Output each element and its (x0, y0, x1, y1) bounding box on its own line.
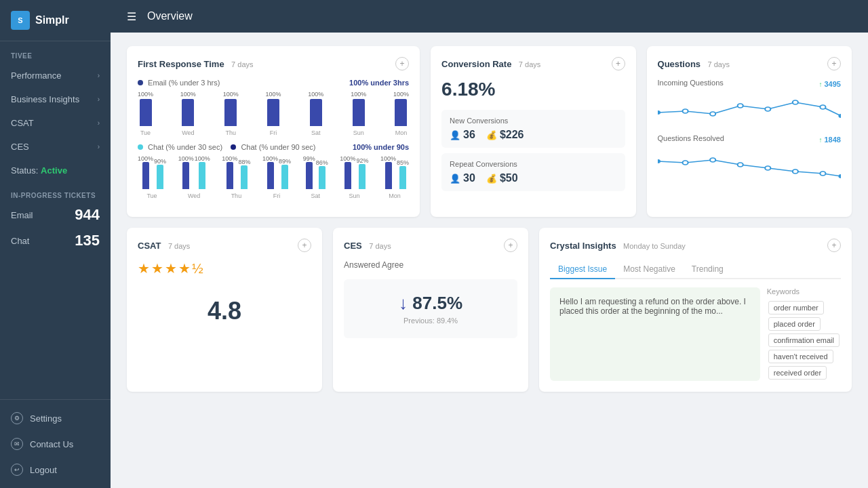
ces-percentage: ↓ 87.5% (357, 293, 504, 314)
settings-item[interactable]: ⚙ Settings (0, 405, 111, 431)
svg-point-0 (658, 110, 660, 115)
chat90-bar (306, 162, 313, 189)
email-bar-group: 100% Sun (351, 91, 366, 136)
frt-card: First Response Time 7 days + Email (% un… (127, 46, 420, 217)
keyword-tag: confirmation email (768, 333, 840, 347)
hamburger-icon[interactable]: ☰ (127, 10, 136, 23)
tab-most-negative[interactable]: Most Negative (615, 260, 684, 279)
frt-expand-btn[interactable]: + (395, 57, 409, 70)
status-value: Active (41, 165, 67, 176)
svg-point-2 (710, 112, 715, 116)
svg-point-14 (820, 171, 825, 176)
chat-bar-group: 99% 86% Sat (303, 155, 328, 199)
keyword-tag: order number (768, 301, 824, 314)
ticket-chat: Chat 135 (0, 228, 111, 253)
chat-bar-group: 100% 90% Tue (138, 155, 166, 199)
svg-point-10 (710, 158, 715, 162)
tab-biggest-issue[interactable]: Biggest Issue (550, 260, 615, 279)
bar-day: Tue (146, 192, 157, 199)
bar-day: Sat (311, 129, 321, 136)
arrow-down-icon: ↓ (399, 293, 408, 313)
crystal-expand-btn[interactable]: + (827, 239, 841, 252)
ces-label: CES (11, 142, 29, 152)
ces-header: CES 7 days + (344, 239, 517, 252)
keyword-tag: haven't received (768, 350, 833, 363)
frt-title: First Response Time (138, 59, 224, 69)
bar-day: Fri (270, 129, 277, 136)
email-bar-group: 100% Sat (308, 91, 323, 136)
keyword-tag: received order (768, 366, 827, 380)
questions-title: Questions (658, 59, 701, 69)
bar-pct: 100% (351, 91, 366, 98)
topbar: ☰ Overview (111, 0, 868, 33)
bar-day: Wed (188, 192, 200, 199)
new-conv-title: New Conversions (450, 117, 616, 125)
bar-day: Tue (140, 129, 151, 136)
svg-point-8 (658, 159, 660, 163)
ticket-chat-count: 135 (75, 232, 100, 249)
sidebar-item-performance[interactable]: Performance › (0, 64, 111, 87)
person-icon2: 👤 (450, 174, 460, 184)
csat-stars: ★★★★½ (138, 260, 311, 277)
csat-header: CSAT 7 days + (138, 239, 311, 252)
frt-email-stat: 100% under 3hrs (349, 79, 409, 87)
resolved-chart (658, 148, 841, 182)
new-conv-value: 💰 $226 (486, 129, 524, 141)
csat-expand-btn[interactable]: + (298, 239, 311, 252)
frt-email-section: Email (% under 3 hrs) 100% under 3hrs 10… (138, 79, 409, 136)
dashboard-content: First Response Time 7 days + Email (% un… (111, 33, 868, 488)
chat90-bar (385, 162, 392, 189)
ticket-email-label: Email (11, 210, 33, 220)
questions-title-group: Questions 7 days (658, 58, 730, 70)
money-icon: 💰 (486, 130, 497, 140)
chat90-bar (182, 162, 189, 189)
crystal-title-group: Crystal Insights Monday to Sunday (550, 239, 686, 251)
sidebar-item-ces[interactable]: CES › (0, 135, 111, 159)
conversion-period: 7 days (519, 60, 540, 68)
bar-pct: 100% (393, 91, 409, 98)
sidebar-item-business-insights[interactable]: Business Insights › (0, 87, 111, 111)
frt-chat-label-row: Chat (% under 30 sec) Chat (% under 90 s… (138, 143, 409, 151)
questions-expand-btn[interactable]: + (827, 57, 841, 70)
person-icon: 👤 (450, 130, 460, 140)
csat-score: 4.8 (138, 297, 311, 325)
logo-icon: S (11, 11, 30, 30)
conversion-expand-btn[interactable]: + (612, 57, 625, 70)
chat-bar-group: 100% 92% Sun (340, 155, 368, 199)
status-label: Status: (11, 165, 38, 176)
chevron-right-icon: › (98, 96, 100, 103)
svg-point-6 (820, 105, 825, 109)
repeat-conv-values: 👤 30 💰 $50 (450, 172, 616, 184)
bar-pct: 100% (138, 91, 153, 98)
svg-point-4 (765, 107, 770, 111)
tab-trending[interactable]: Trending (684, 260, 732, 279)
bar-day: Sun (349, 192, 359, 199)
chat30-bar (281, 165, 288, 189)
keywords-title: Keywords (767, 287, 841, 296)
chevron-right-icon: › (98, 72, 100, 79)
chat90-bar (226, 162, 233, 189)
sidebar-item-csat[interactable]: CSAT › (0, 111, 111, 135)
crystal-title: Crystal Insights (550, 241, 616, 251)
email-bar (140, 99, 152, 126)
crystal-keywords: Keywords order numberplaced orderconfirm… (767, 287, 841, 381)
chat90-bar (142, 162, 149, 189)
email-bar-group: 100% Mon (393, 91, 409, 136)
bar-day: Thu (231, 192, 242, 199)
questions-period: 7 days (708, 60, 730, 68)
conversion-title-group: Conversion Rate 7 days (441, 58, 540, 70)
chat90-bar (267, 162, 274, 189)
incoming-count: ↑ 3495 (818, 80, 841, 88)
business-insights-label: Business Insights (11, 94, 79, 104)
csat-card: CSAT 7 days + ★★★★½ 4.8 (127, 228, 322, 392)
in-progress-label: IN-PROGRESS TICKETS (0, 182, 111, 202)
email-bar-group: 100% Fri (265, 91, 281, 136)
ces-title-group: CES 7 days (344, 239, 391, 251)
logout-item[interactable]: ↩ Logout (0, 457, 111, 483)
workspace-label: TIVEE (0, 41, 111, 64)
ces-expand-btn[interactable]: + (504, 239, 517, 252)
svg-point-3 (737, 104, 743, 108)
contact-us-item[interactable]: ✉ Contact Us (0, 431, 111, 457)
bar-pct: 100% (223, 91, 239, 98)
settings-label: Settings (30, 413, 62, 424)
